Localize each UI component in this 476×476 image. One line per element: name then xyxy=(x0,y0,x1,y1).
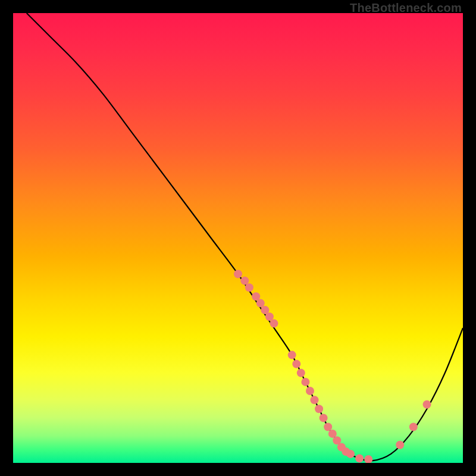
data-point xyxy=(423,400,431,409)
data-point xyxy=(234,270,242,278)
data-point xyxy=(306,387,314,395)
data-point xyxy=(245,283,253,292)
data-point xyxy=(320,414,328,422)
data-point xyxy=(288,351,296,359)
chart-plot-area xyxy=(13,13,463,463)
data-point xyxy=(315,405,323,413)
data-point xyxy=(311,396,319,404)
data-point xyxy=(346,450,355,458)
data-point xyxy=(297,369,305,377)
data-point xyxy=(396,441,404,449)
bottleneck-curve xyxy=(27,13,463,461)
data-point xyxy=(256,299,265,308)
data-point xyxy=(270,320,278,328)
data-point xyxy=(355,454,364,462)
data-point xyxy=(240,277,249,285)
data-point xyxy=(409,423,418,431)
data-point xyxy=(364,455,372,463)
attribution-label: TheBottleneck.com xyxy=(350,1,462,15)
data-point xyxy=(292,360,300,368)
data-point xyxy=(324,423,332,431)
data-point xyxy=(301,378,309,386)
chart-svg xyxy=(13,13,463,463)
